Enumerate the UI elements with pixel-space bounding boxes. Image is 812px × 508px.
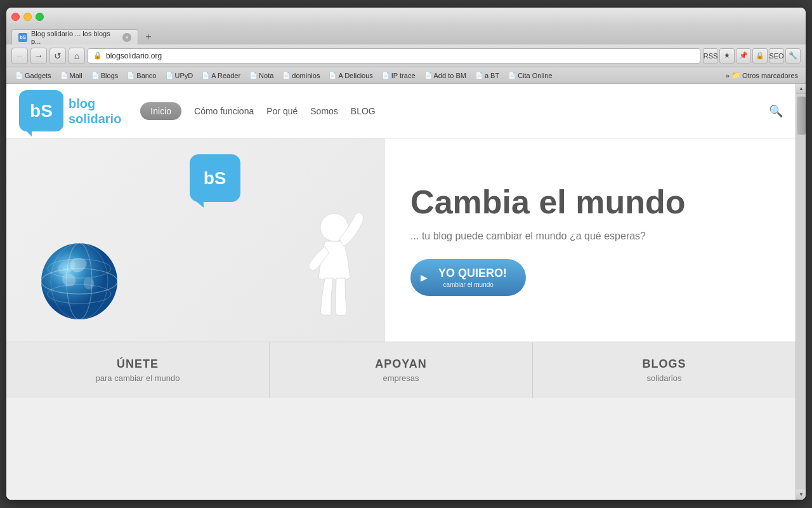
rss-button[interactable]: RSS [703,48,718,64]
new-tab-button[interactable]: + [141,29,156,44]
bookmark-abt-label: a BT [485,72,499,79]
bottom-blogs-title: BLOGS [546,358,783,371]
search-icon[interactable]: 🔍 [769,104,783,118]
bottom-sections: ÚNETE para cambiar el mundo APOYAN empre… [6,342,796,398]
bookmark-mail[interactable]: 📄 Mail [56,70,86,81]
page-content: bS blog solidario Inicio Cómo funciona P… [6,84,796,500]
tools-button[interactable]: 🔧 [785,48,801,64]
bookmark-abt-icon: 📄 [475,72,483,79]
bookmark-button[interactable]: 📌 [736,48,751,64]
bookmark-gadgets-icon: 📄 [15,72,23,79]
bookmark-adelicious[interactable]: 📄 A Delicious [325,70,376,81]
bookmarks-more-icon: » [726,72,730,79]
security-button[interactable]: 🔒 [752,48,768,64]
hero-bubble-text: bS [204,168,226,189]
hero-speech-bubble: bS [190,154,240,202]
bookmark-banco-label: Banco [136,72,156,79]
bookmark-gadgets[interactable]: 📄 Gadgets [11,70,55,81]
site-logo-box[interactable]: bS [19,90,63,131]
bookmark-dominios-icon: 📄 [282,72,290,79]
address-bar[interactable]: 🔒 blogsolidario.org [88,48,700,64]
bookmarks-bar: 📄 Gadgets 📄 Mail 📄 Blogs 📄 Banco 📄 UPyD … [6,67,806,84]
bookmark-abt[interactable]: 📄 a BT [471,70,503,81]
globe-icon [38,240,121,323]
logo-text: bS [30,101,53,121]
bookmark-iptrace[interactable]: 📄 IP trace [378,70,419,81]
bottom-apoyan-sub: empresas [282,373,520,383]
bookmark-addtobm[interactable]: 📄 Add to BM [421,70,470,81]
nav-por-que-link[interactable]: Por qué [266,106,298,116]
star-button[interactable]: ★ [719,48,735,64]
scroll-track[interactable] [796,94,806,490]
bookmark-citaonline-label: Cita Online [518,72,552,79]
bookmark-blogs[interactable]: 📄 Blogs [88,70,122,81]
address-url: blogsolidario.org [106,51,162,60]
bottom-section-blogs[interactable]: BLOGS solidarios [533,342,796,398]
bookmark-dominios[interactable]: 📄 dominios [278,70,324,81]
logo-container: bS blog solidario [19,90,121,131]
forward-button[interactable]: → [30,48,47,64]
hero-image: bS [6,138,385,342]
browser-window: bS Blog solidario ... los blogs p... × +… [6,8,806,500]
nav-tools: RSS ★ 📌 🔒 SEO 🔧 [703,48,801,64]
maximize-window-button[interactable] [36,13,44,21]
bookmark-mail-icon: 📄 [60,72,68,79]
bookmark-iptrace-icon: 📄 [382,72,390,79]
cta-sub-label: cambiar el mundo [443,281,493,288]
nav-somos-link[interactable]: Somos [310,106,338,116]
bookmark-citaonline-icon: 📄 [508,72,516,79]
bookmark-areader-icon: 📄 [202,72,209,79]
minimize-window-button[interactable] [23,13,32,21]
scroll-up-button[interactable]: ▲ [796,84,806,94]
bookmark-upyd-icon: 📄 [166,72,173,79]
bookmark-blogs-icon: 📄 [91,72,99,79]
bookmark-blogs-label: Blogs [101,72,119,79]
scroll-thumb[interactable] [797,97,806,135]
bookmark-mail-label: Mail [70,72,82,79]
bookmark-nota-icon: 📄 [249,72,257,79]
webpage: bS blog solidario Inicio Cómo funciona P… [6,84,806,500]
scroll-down-button[interactable]: ▼ [796,490,806,500]
bookmark-citaonline[interactable]: 📄 Cita Online [504,70,556,81]
bookmark-areader-label: A Reader [211,72,240,79]
bookmark-nota[interactable]: 📄 Nota [246,70,277,81]
bookmark-addtobm-icon: 📄 [424,72,432,79]
tab-label: Blog solidario ... los blogs p... [31,30,119,45]
address-lock-icon: 🔒 [93,51,102,60]
bottom-unete-sub: para cambiar el mundo [19,373,256,383]
close-window-button[interactable] [11,13,20,21]
site-nav: Inicio Cómo funciona Por qué Somos BLOG … [140,102,783,120]
nav-como-funciona-link[interactable]: Cómo funciona [194,106,254,116]
cta-arrow-icon: ▶ [421,272,428,283]
home-button[interactable]: ⌂ [69,48,85,64]
back-button[interactable]: ← [11,48,28,64]
tab-bar: bS Blog solidario ... los blogs p... × + [6,25,806,44]
hero-content: Cambia el mundo ... tu blog puede cambia… [385,165,796,314]
bookmark-areader[interactable]: 📄 A Reader [198,70,244,81]
seo-button[interactable]: SEO [769,48,784,64]
bookmark-upyd-label: UPyD [175,72,193,79]
refresh-button[interactable]: ↺ [49,48,66,64]
bottom-section-unete[interactable]: ÚNETE para cambiar el mundo [6,342,270,398]
bookmark-upyd[interactable]: 📄 UPyD [162,70,197,81]
site-header: bS blog solidario Inicio Cómo funciona P… [6,84,796,138]
bookmark-iptrace-label: IP trace [391,72,416,79]
bottom-unete-title: ÚNETE [19,358,256,371]
bookmark-dominios-label: dominios [292,72,320,79]
title-bar [6,8,806,25]
tab-close-button[interactable]: × [122,33,131,42]
site-logo-text: blog solidario [69,96,121,126]
bottom-apoyan-title: APOYAN [282,358,520,371]
hero-title: Cambia el mundo [410,184,770,220]
bottom-section-apoyan[interactable]: APOYAN empresas [270,342,533,398]
nav-inicio-link[interactable]: Inicio [140,102,181,120]
cta-button[interactable]: ▶ YO QUIERO! cambiar el mundo [410,259,526,296]
browser-tab-active[interactable]: bS Blog solidario ... los blogs p... × [11,29,138,44]
bookmark-banco[interactable]: 📄 Banco [123,70,160,81]
otros-marcadores-folder-icon: 📁 [731,71,740,79]
bookmarks-more-button[interactable]: » 📁 Otros marcadores [723,70,801,81]
bookmark-nota-label: Nota [259,72,273,79]
otros-marcadores-label: Otros marcadores [742,72,798,79]
nav-blog-link[interactable]: BLOG [351,106,376,116]
person-figure [284,202,366,329]
